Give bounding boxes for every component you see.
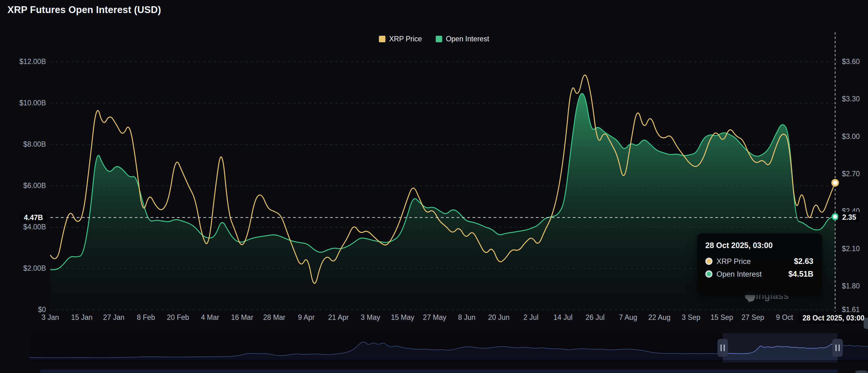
open-interest-dot-icon xyxy=(705,270,712,278)
oi-cursor-dot-icon xyxy=(832,214,838,220)
x-axis-label: 22 Aug xyxy=(648,313,671,322)
crosshair-date-badge: 28 Oct 2025, 03:00 xyxy=(798,312,868,324)
navigator-dim-left xyxy=(30,333,723,363)
x-axis-label: 4 Mar xyxy=(201,313,219,322)
x-axis-label: 20 Jun xyxy=(488,313,509,322)
y-axis-left-label: $12.00B xyxy=(6,57,46,66)
x-axis-label: 16 Mar xyxy=(231,313,253,322)
x-axis-label: 14 Jul xyxy=(554,313,572,322)
y-axis-right-label: $3.30 xyxy=(842,94,860,103)
y-axis-right-label: $3.00 xyxy=(842,132,860,141)
tooltip-time: 28 Oct 2025, 03:00 xyxy=(705,241,813,250)
handle-pause-bar-icon xyxy=(835,344,837,351)
x-axis-label: 8 Jun xyxy=(458,313,475,322)
x-axis-label: 27 May xyxy=(423,313,446,322)
tooltip-row-open-interest: Open Interest $4.51B xyxy=(705,269,813,279)
x-axis-label: 2 Jul xyxy=(523,313,538,322)
x-axis-label: 21 Apr xyxy=(328,313,349,322)
y-axis-left-label: $4.00B xyxy=(6,223,46,231)
y-axis-left-label: $6.00B xyxy=(6,181,46,190)
x-axis-label: 3 Sep xyxy=(682,313,700,322)
x-axis-label: 3 Jan xyxy=(41,313,59,322)
y-axis-left-label: $8.00B xyxy=(6,140,46,149)
x-axis-label: 28 Mar xyxy=(263,313,286,322)
chart-page: XRP Futures Open Interest (USD) XRP Pric… xyxy=(0,0,868,373)
secondary-panel-strip xyxy=(40,370,838,373)
y-axis-left-label: $10.00B xyxy=(6,98,46,107)
x-axis-label: 27 Sep xyxy=(742,313,764,322)
navigator-handle-left[interactable] xyxy=(717,339,728,357)
y-axis-right-label: $2.70 xyxy=(842,169,860,178)
x-axis-label: 27 Jan xyxy=(103,313,124,322)
navigator-corner-handle[interactable] xyxy=(855,371,868,373)
handle-pause-bar-icon xyxy=(724,344,725,351)
navigator-selection-window[interactable] xyxy=(723,333,838,363)
x-axis-label: 15 Sep xyxy=(711,313,733,322)
handle-pause-bar-icon xyxy=(838,344,840,351)
tooltip-row-label: XRP Price xyxy=(716,257,751,266)
tooltip: 28 Oct 2025, 03:00 XRP Price $2.63 Open … xyxy=(697,233,822,295)
x-axis-label: 15 May xyxy=(391,313,414,322)
y-axis-right-label: $3.60 xyxy=(842,57,860,66)
xrp-price-dot-icon xyxy=(705,258,712,265)
x-axis-label: 15 Jan xyxy=(71,313,93,322)
tooltip-row-xrp-price: XRP Price $2.63 xyxy=(705,257,813,266)
tooltip-row-label: Open Interest xyxy=(716,270,762,279)
scroll-edge-tab[interactable] xyxy=(864,318,868,329)
navigator-handle-right[interactable] xyxy=(832,339,843,357)
x-axis-label: 7 Aug xyxy=(619,313,637,322)
x-axis-label: 8 Feb xyxy=(137,313,155,322)
x-axis-label: 26 Jul xyxy=(586,313,604,322)
oi-current-value-badge-left: 4.47B xyxy=(20,212,47,223)
handle-pause-bar-icon xyxy=(720,344,722,351)
tooltip-row-value: $2.63 xyxy=(794,257,813,266)
x-axis-label: 3 May xyxy=(361,313,380,322)
price-cursor-dot-icon xyxy=(832,180,838,185)
x-axis-label: 9 Oct xyxy=(776,313,793,322)
x-axis-label: 20 Feb xyxy=(167,313,189,322)
y-axis-left-label: $0 xyxy=(6,305,46,314)
y-axis-right-label: $1.80 xyxy=(842,282,860,290)
y-axis-left-label: $2.00B xyxy=(6,264,46,272)
tooltip-row-value: $4.51B xyxy=(788,269,813,279)
oi-current-value-badge-right: 2.35 xyxy=(838,212,860,223)
x-axis-label: 9 Apr xyxy=(298,313,315,322)
y-axis-right-label: $2.10 xyxy=(842,244,860,253)
